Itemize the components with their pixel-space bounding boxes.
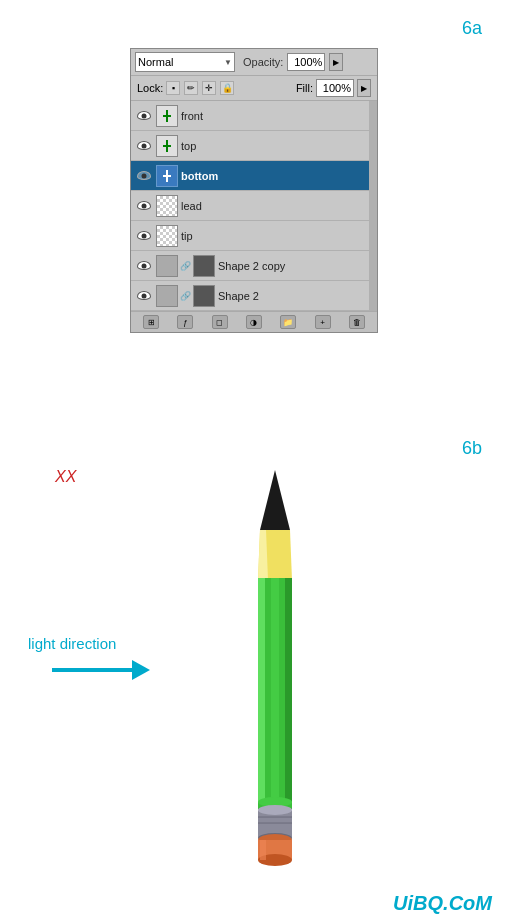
layer-front-name: front	[181, 110, 373, 122]
light-direction-arrow	[52, 660, 150, 680]
thumb-bottom	[156, 165, 178, 187]
panel-bottom-bar: ⊞ ƒ ◻ ◑ 📁 + 🗑	[131, 311, 377, 332]
pencil-svg	[220, 460, 330, 890]
opacity-label: Opacity:	[243, 56, 283, 68]
layer-shape2-name: Shape 2	[218, 290, 373, 302]
eye-shape2copy[interactable]	[135, 257, 153, 275]
svg-point-17	[258, 805, 292, 815]
link-layers-btn[interactable]: ⊞	[143, 315, 159, 329]
section-label-6a: 6a	[462, 18, 482, 39]
layer-top[interactable]: top	[131, 131, 377, 161]
thumb-top	[156, 135, 178, 157]
new-layer-btn[interactable]: +	[315, 315, 331, 329]
link-icon-shape2: 🔗	[180, 291, 191, 301]
eye-front[interactable]	[135, 107, 153, 125]
eye-tip[interactable]	[135, 227, 153, 245]
arrow-head	[132, 660, 150, 680]
lock-move-icon[interactable]: ✛	[202, 81, 216, 95]
blend-mode-select[interactable]: Normal ▼	[135, 52, 235, 72]
layer-style-btn[interactable]: ƒ	[177, 315, 193, 329]
fill-arrow-btn[interactable]: ▶	[357, 79, 371, 97]
fill-input[interactable]: 100%	[316, 79, 354, 97]
shape2copy-thumb-gray	[156, 255, 178, 277]
layer-shape2copy[interactable]: 🔗 Shape 2 copy	[131, 251, 377, 281]
layer-front[interactable]: front	[131, 101, 377, 131]
opacity-arrow-btn[interactable]: ▶	[329, 53, 343, 71]
opacity-input[interactable]: 100%	[287, 53, 325, 71]
eye-top[interactable]	[135, 137, 153, 155]
pencil-illustration	[215, 460, 335, 900]
eye-bottom[interactable]	[135, 167, 153, 185]
blend-mode-value: Normal	[138, 56, 173, 68]
svg-rect-12	[271, 578, 279, 808]
adjustment-btn[interactable]: ◑	[246, 315, 262, 329]
thumb-tip	[156, 225, 178, 247]
shape2-thumb-gray	[156, 285, 178, 307]
svg-marker-6	[260, 470, 290, 530]
shape2-thumb-dark	[193, 285, 215, 307]
lock-label: Lock:	[137, 82, 163, 94]
arrow-line	[52, 668, 132, 672]
fill-label: Fill:	[296, 82, 313, 94]
layer-lead[interactable]: lead	[131, 191, 377, 221]
shape2copy-thumbs: 🔗	[156, 255, 215, 277]
layers-list: front top bottom lead	[131, 101, 377, 311]
layer-tip[interactable]: tip	[131, 221, 377, 251]
layer-tip-name: tip	[181, 230, 373, 242]
layer-bottom[interactable]: bottom	[131, 161, 377, 191]
fill-value: 100%	[323, 82, 351, 94]
photoshop-layers-panel: Normal ▼ Opacity: 100% ▶ Lock: ▪ ✏ ✛ 🔒 F…	[130, 48, 378, 333]
delete-layer-btn[interactable]: 🗑	[349, 315, 365, 329]
svg-rect-11	[285, 578, 292, 808]
watermark-text: UiBQ.CoM	[393, 892, 492, 915]
blend-mode-arrow: ▼	[224, 58, 232, 67]
svg-rect-24	[260, 840, 266, 860]
layer-top-name: top	[181, 140, 373, 152]
thumb-lead	[156, 195, 178, 217]
link-icon-shape2copy: 🔗	[180, 261, 191, 271]
light-direction-label: light direction	[28, 635, 116, 652]
eye-lead[interactable]	[135, 197, 153, 215]
section-label-6b: 6b	[462, 438, 482, 459]
layer-shape2[interactable]: 🔗 Shape 2	[131, 281, 377, 311]
lock-position-icon[interactable]: ▪	[166, 81, 180, 95]
shape2-thumbs: 🔗	[156, 285, 215, 307]
layer-lead-name: lead	[181, 200, 373, 212]
lock-all-icon[interactable]: 🔒	[220, 81, 234, 95]
illustration-section: XX light direction	[0, 460, 512, 920]
xx-label: XX	[55, 468, 76, 486]
lock-fill-row: Lock: ▪ ✏ ✛ 🔒 Fill: 100% ▶	[131, 76, 377, 101]
panel-scrollbar[interactable]	[369, 101, 377, 311]
lock-paint-icon[interactable]: ✏	[184, 81, 198, 95]
eye-shape2[interactable]	[135, 287, 153, 305]
group-btn[interactable]: 📁	[280, 315, 296, 329]
svg-rect-10	[258, 578, 265, 808]
shape2copy-thumb-dark	[193, 255, 215, 277]
opacity-value: 100%	[294, 56, 322, 68]
layer-shape2copy-name: Shape 2 copy	[218, 260, 373, 272]
layer-bottom-name: bottom	[181, 170, 373, 182]
lock-icons-group: ▪ ✏ ✛ 🔒	[166, 81, 234, 95]
blend-opacity-toolbar: Normal ▼ Opacity: 100% ▶	[131, 49, 377, 76]
mask-btn[interactable]: ◻	[212, 315, 228, 329]
thumb-front	[156, 105, 178, 127]
